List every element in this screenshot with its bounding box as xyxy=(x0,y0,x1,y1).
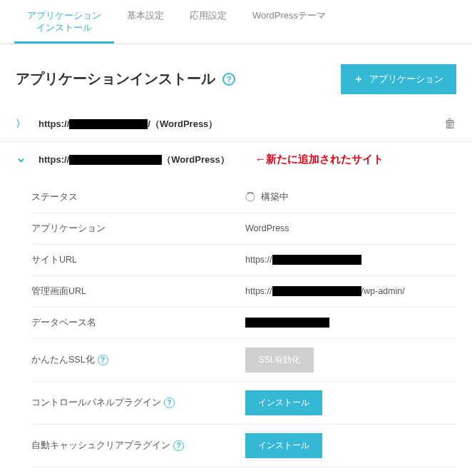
siteurl-label: サイトURL xyxy=(31,254,245,266)
plus-icon: ＋ xyxy=(354,73,364,86)
ssl-enable-button[interactable]: SSL有効化 xyxy=(245,348,314,373)
annotation-new-site: ←新たに追加されたサイト xyxy=(255,153,384,166)
ssl-value: SSL有効化 xyxy=(245,348,456,373)
row-cache-plugin: 自動キャッシュクリアプラグイン ? インストール xyxy=(31,425,456,467)
siteurl-value: https:// xyxy=(245,255,456,265)
row-database: データベース名 xyxy=(31,308,456,339)
chevron-right-icon xyxy=(16,118,26,131)
siteurl-prefix: https:// xyxy=(245,255,272,265)
row-site-url: サイトURL https:// xyxy=(31,245,456,276)
db-value xyxy=(245,318,456,328)
title-wrap: アプリケーションインストール ? xyxy=(16,69,235,88)
add-button-label: アプリケーション xyxy=(369,73,443,86)
url-prefix: https:// xyxy=(39,118,69,129)
site-details: ステータス 構築中 アプリケーション WordPress サイトURL http… xyxy=(0,178,472,467)
cache-plugin-value: インストール xyxy=(245,433,456,458)
cache-plugin-label-text: 自動キャッシュクリアプラグイン xyxy=(31,440,170,452)
row-status: ステータス 構築中 xyxy=(31,182,456,213)
redacted xyxy=(272,255,361,265)
site-url: https:// /（WordPress） xyxy=(39,118,217,131)
row-ssl: かんたんSSL化 ? SSL有効化 xyxy=(31,339,456,382)
status-text: 構築中 xyxy=(261,191,289,203)
tab-app-install[interactable]: アプリケーション インストール xyxy=(14,0,114,44)
chevron-down-icon xyxy=(16,152,26,168)
tab-advanced-settings[interactable]: 応用設定 xyxy=(177,0,240,44)
adminurl-suffix: /wp-admin/ xyxy=(361,286,405,296)
adminurl-value: https:// /wp-admin/ xyxy=(245,286,456,296)
app-value: WordPress xyxy=(245,223,456,233)
cp-plugin-install-button[interactable]: インストール xyxy=(245,390,322,415)
redacted xyxy=(245,318,329,328)
row-application: アプリケーション WordPress xyxy=(31,213,456,245)
row-admin-url: 管理画面URL https:// /wp-admin/ xyxy=(31,276,456,308)
ssl-label: かんたんSSL化 ? xyxy=(31,354,245,366)
site-url: https:// （WordPress） xyxy=(39,153,230,166)
page-header: アプリケーションインストール ? ＋ アプリケーション xyxy=(0,44,472,107)
add-application-button[interactable]: ＋ アプリケーション xyxy=(341,64,456,94)
adminurl-prefix: https:// xyxy=(245,286,272,296)
status-label: ステータス xyxy=(31,191,245,203)
redacted xyxy=(69,119,148,129)
cp-plugin-label-text: コントロールパネルプラグイン xyxy=(31,397,161,409)
redacted xyxy=(69,155,162,165)
adminurl-label: 管理画面URL xyxy=(31,285,245,298)
db-label: データベース名 xyxy=(31,317,245,329)
help-icon[interactable]: ? xyxy=(222,73,235,86)
url-suffix: （WordPress） xyxy=(162,153,229,166)
row-cp-plugin: コントロールパネルプラグイン ? インストール xyxy=(31,382,456,425)
help-icon[interactable]: ? xyxy=(164,397,175,408)
app-label: アプリケーション xyxy=(31,223,245,235)
ssl-label-text: かんたんSSL化 xyxy=(31,354,95,366)
tab-basic-settings[interactable]: 基本設定 xyxy=(114,0,177,44)
tab-bar: アプリケーション インストール 基本設定 応用設定 WordPressテーマ xyxy=(0,0,472,44)
cp-plugin-label: コントロールパネルプラグイン ? xyxy=(31,397,245,409)
help-icon[interactable]: ? xyxy=(173,440,184,451)
page-title: アプリケーションインストール xyxy=(16,69,215,88)
status-value: 構築中 xyxy=(245,191,456,203)
cp-plugin-value: インストール xyxy=(245,390,456,415)
cache-plugin-install-button[interactable]: インストール xyxy=(245,433,322,458)
help-icon[interactable]: ? xyxy=(98,355,108,365)
url-prefix: https:// xyxy=(39,154,69,165)
cache-plugin-label: 自動キャッシュクリアプラグイン ? xyxy=(31,440,245,452)
site-item-expanded[interactable]: https:// （WordPress） ←新たに追加されたサイト xyxy=(0,142,472,178)
url-suffix: /（WordPress） xyxy=(148,118,217,131)
redacted xyxy=(272,286,361,296)
spinner-icon xyxy=(245,192,255,202)
tab-wordpress-theme[interactable]: WordPressテーマ xyxy=(240,0,339,44)
trash-icon[interactable]: 🗑 xyxy=(444,117,456,131)
site-item-collapsed[interactable]: https:// /（WordPress） 🗑 xyxy=(0,107,472,142)
